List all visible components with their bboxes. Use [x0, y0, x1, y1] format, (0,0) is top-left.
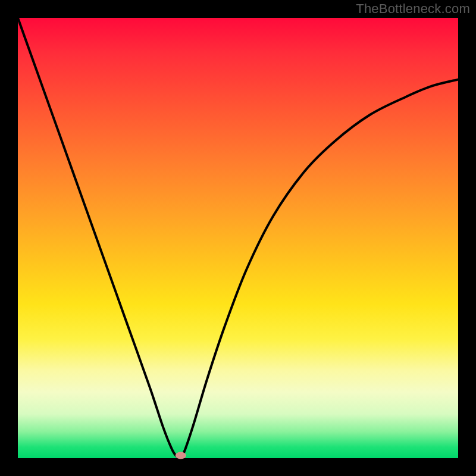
min-marker [176, 452, 186, 459]
watermark-text: TheBottleneck.com [356, 1, 470, 17]
bottleneck-curve [18, 18, 458, 459]
plot-area [18, 18, 458, 458]
curve-svg [18, 18, 458, 458]
chart-frame: TheBottleneck.com [0, 0, 476, 476]
